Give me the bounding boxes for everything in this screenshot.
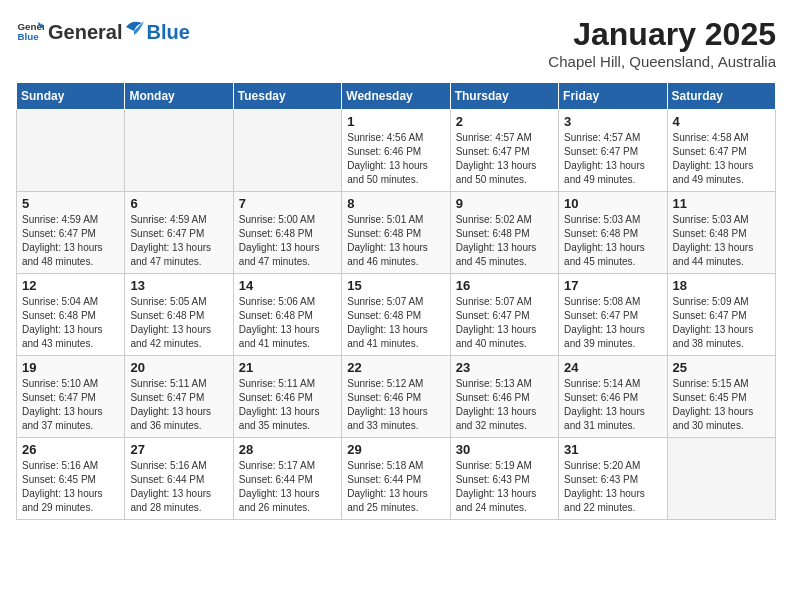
calendar-cell: 19 Sunrise: 5:10 AMSunset: 6:47 PMDaylig…: [17, 356, 125, 438]
location-subtitle: Chapel Hill, Queensland, Australia: [548, 53, 776, 70]
day-number: 18: [673, 278, 770, 293]
day-info: Sunrise: 5:18 AMSunset: 6:44 PMDaylight:…: [347, 460, 428, 513]
weekday-header-wednesday: Wednesday: [342, 83, 450, 110]
calendar-cell: [667, 438, 775, 520]
day-info: Sunrise: 5:03 AMSunset: 6:48 PMDaylight:…: [673, 214, 754, 267]
weekday-header-thursday: Thursday: [450, 83, 558, 110]
calendar-cell: 12 Sunrise: 5:04 AMSunset: 6:48 PMDaylig…: [17, 274, 125, 356]
day-info: Sunrise: 5:07 AMSunset: 6:47 PMDaylight:…: [456, 296, 537, 349]
calendar-cell: 28 Sunrise: 5:17 AMSunset: 6:44 PMDaylig…: [233, 438, 341, 520]
calendar-cell: 27 Sunrise: 5:16 AMSunset: 6:44 PMDaylig…: [125, 438, 233, 520]
calendar-cell: 16 Sunrise: 5:07 AMSunset: 6:47 PMDaylig…: [450, 274, 558, 356]
day-number: 28: [239, 442, 336, 457]
day-info: Sunrise: 4:58 AMSunset: 6:47 PMDaylight:…: [673, 132, 754, 185]
day-number: 6: [130, 196, 227, 211]
day-number: 16: [456, 278, 553, 293]
day-number: 7: [239, 196, 336, 211]
weekday-header-saturday: Saturday: [667, 83, 775, 110]
day-number: 24: [564, 360, 661, 375]
calendar-week-row: 1 Sunrise: 4:56 AMSunset: 6:46 PMDayligh…: [17, 110, 776, 192]
calendar-cell: 2 Sunrise: 4:57 AMSunset: 6:47 PMDayligh…: [450, 110, 558, 192]
day-number: 14: [239, 278, 336, 293]
day-info: Sunrise: 5:01 AMSunset: 6:48 PMDaylight:…: [347, 214, 428, 267]
calendar-cell: 23 Sunrise: 5:13 AMSunset: 6:46 PMDaylig…: [450, 356, 558, 438]
page-header: General Blue General Blue January 2025 C…: [16, 16, 776, 70]
day-number: 12: [22, 278, 119, 293]
day-info: Sunrise: 5:11 AMSunset: 6:46 PMDaylight:…: [239, 378, 320, 431]
calendar-cell: 6 Sunrise: 4:59 AMSunset: 6:47 PMDayligh…: [125, 192, 233, 274]
day-info: Sunrise: 5:06 AMSunset: 6:48 PMDaylight:…: [239, 296, 320, 349]
calendar-cell: 5 Sunrise: 4:59 AMSunset: 6:47 PMDayligh…: [17, 192, 125, 274]
day-info: Sunrise: 5:12 AMSunset: 6:46 PMDaylight:…: [347, 378, 428, 431]
day-info: Sunrise: 5:19 AMSunset: 6:43 PMDaylight:…: [456, 460, 537, 513]
day-info: Sunrise: 5:10 AMSunset: 6:47 PMDaylight:…: [22, 378, 103, 431]
day-number: 5: [22, 196, 119, 211]
day-number: 30: [456, 442, 553, 457]
calendar-cell: 1 Sunrise: 4:56 AMSunset: 6:46 PMDayligh…: [342, 110, 450, 192]
calendar-table: SundayMondayTuesdayWednesdayThursdayFrid…: [16, 82, 776, 520]
month-title: January 2025: [548, 16, 776, 53]
calendar-cell: 10 Sunrise: 5:03 AMSunset: 6:48 PMDaylig…: [559, 192, 667, 274]
logo: General Blue General Blue: [16, 16, 190, 44]
calendar-cell: 22 Sunrise: 5:12 AMSunset: 6:46 PMDaylig…: [342, 356, 450, 438]
day-number: 20: [130, 360, 227, 375]
day-info: Sunrise: 5:00 AMSunset: 6:48 PMDaylight:…: [239, 214, 320, 267]
calendar-week-row: 12 Sunrise: 5:04 AMSunset: 6:48 PMDaylig…: [17, 274, 776, 356]
day-info: Sunrise: 4:59 AMSunset: 6:47 PMDaylight:…: [130, 214, 211, 267]
day-info: Sunrise: 5:03 AMSunset: 6:48 PMDaylight:…: [564, 214, 645, 267]
day-number: 25: [673, 360, 770, 375]
title-block: January 2025 Chapel Hill, Queensland, Au…: [548, 16, 776, 70]
calendar-cell: 25 Sunrise: 5:15 AMSunset: 6:45 PMDaylig…: [667, 356, 775, 438]
calendar-cell: [233, 110, 341, 192]
calendar-cell: 9 Sunrise: 5:02 AMSunset: 6:48 PMDayligh…: [450, 192, 558, 274]
day-info: Sunrise: 5:14 AMSunset: 6:46 PMDaylight:…: [564, 378, 645, 431]
day-number: 11: [673, 196, 770, 211]
calendar-cell: 17 Sunrise: 5:08 AMSunset: 6:47 PMDaylig…: [559, 274, 667, 356]
calendar-cell: 15 Sunrise: 5:07 AMSunset: 6:48 PMDaylig…: [342, 274, 450, 356]
day-number: 3: [564, 114, 661, 129]
day-number: 2: [456, 114, 553, 129]
weekday-header-monday: Monday: [125, 83, 233, 110]
day-number: 21: [239, 360, 336, 375]
day-info: Sunrise: 5:11 AMSunset: 6:47 PMDaylight:…: [130, 378, 211, 431]
day-info: Sunrise: 5:05 AMSunset: 6:48 PMDaylight:…: [130, 296, 211, 349]
calendar-cell: 14 Sunrise: 5:06 AMSunset: 6:48 PMDaylig…: [233, 274, 341, 356]
day-number: 8: [347, 196, 444, 211]
calendar-week-row: 5 Sunrise: 4:59 AMSunset: 6:47 PMDayligh…: [17, 192, 776, 274]
calendar-cell: 13 Sunrise: 5:05 AMSunset: 6:48 PMDaylig…: [125, 274, 233, 356]
calendar-cell: [17, 110, 125, 192]
day-number: 26: [22, 442, 119, 457]
calendar-cell: [125, 110, 233, 192]
day-info: Sunrise: 4:56 AMSunset: 6:46 PMDaylight:…: [347, 132, 428, 185]
calendar-cell: 3 Sunrise: 4:57 AMSunset: 6:47 PMDayligh…: [559, 110, 667, 192]
calendar-cell: 4 Sunrise: 4:58 AMSunset: 6:47 PMDayligh…: [667, 110, 775, 192]
calendar-cell: 21 Sunrise: 5:11 AMSunset: 6:46 PMDaylig…: [233, 356, 341, 438]
calendar-cell: 11 Sunrise: 5:03 AMSunset: 6:48 PMDaylig…: [667, 192, 775, 274]
day-info: Sunrise: 5:20 AMSunset: 6:43 PMDaylight:…: [564, 460, 645, 513]
calendar-cell: 8 Sunrise: 5:01 AMSunset: 6:48 PMDayligh…: [342, 192, 450, 274]
logo-general: General: [48, 21, 122, 44]
day-info: Sunrise: 5:13 AMSunset: 6:46 PMDaylight:…: [456, 378, 537, 431]
calendar-cell: 18 Sunrise: 5:09 AMSunset: 6:47 PMDaylig…: [667, 274, 775, 356]
day-number: 9: [456, 196, 553, 211]
day-number: 4: [673, 114, 770, 129]
day-info: Sunrise: 5:17 AMSunset: 6:44 PMDaylight:…: [239, 460, 320, 513]
calendar-cell: 7 Sunrise: 5:00 AMSunset: 6:48 PMDayligh…: [233, 192, 341, 274]
day-info: Sunrise: 5:07 AMSunset: 6:48 PMDaylight:…: [347, 296, 428, 349]
day-number: 29: [347, 442, 444, 457]
day-info: Sunrise: 5:15 AMSunset: 6:45 PMDaylight:…: [673, 378, 754, 431]
svg-text:Blue: Blue: [17, 31, 39, 42]
calendar-cell: 26 Sunrise: 5:16 AMSunset: 6:45 PMDaylig…: [17, 438, 125, 520]
calendar-cell: 24 Sunrise: 5:14 AMSunset: 6:46 PMDaylig…: [559, 356, 667, 438]
day-number: 23: [456, 360, 553, 375]
weekday-header-row: SundayMondayTuesdayWednesdayThursdayFrid…: [17, 83, 776, 110]
day-info: Sunrise: 5:04 AMSunset: 6:48 PMDaylight:…: [22, 296, 103, 349]
day-number: 27: [130, 442, 227, 457]
day-number: 10: [564, 196, 661, 211]
weekday-header-friday: Friday: [559, 83, 667, 110]
logo-wordmark: General Blue: [48, 17, 190, 44]
day-info: Sunrise: 5:02 AMSunset: 6:48 PMDaylight:…: [456, 214, 537, 267]
weekday-header-tuesday: Tuesday: [233, 83, 341, 110]
day-info: Sunrise: 5:08 AMSunset: 6:47 PMDaylight:…: [564, 296, 645, 349]
logo-blue: Blue: [146, 21, 189, 44]
